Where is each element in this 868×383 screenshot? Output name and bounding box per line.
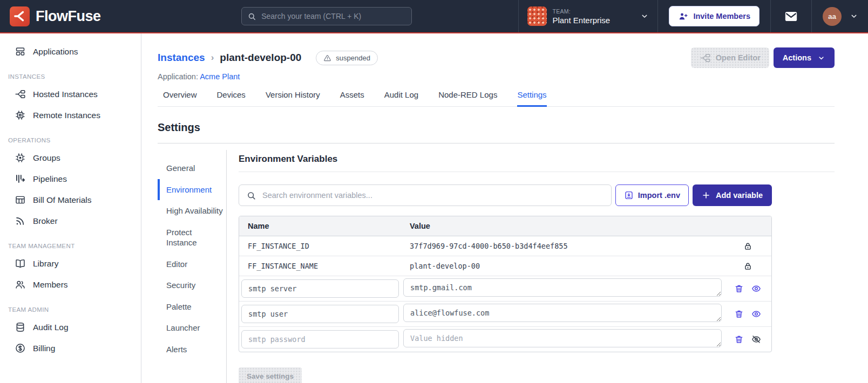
save-settings-button[interactable]: Save settings <box>239 367 302 383</box>
settings-divider <box>158 143 835 143</box>
add-variable-button[interactable]: Add variable <box>693 184 772 206</box>
toggle-visibility-button[interactable] <box>751 334 761 344</box>
delete-variable-button[interactable] <box>734 334 744 344</box>
sidebar-item-billing[interactable]: Billing <box>0 338 141 359</box>
trash-icon <box>734 309 744 319</box>
page-shell: Applications INSTANCES Hosted Instances … <box>0 33 868 383</box>
sidebar-item-bill-of-materials[interactable]: Bill Of Materials <box>0 189 141 210</box>
user-menu[interactable]: aa <box>811 0 868 32</box>
applications-icon <box>15 46 26 57</box>
application-line: Application: Acme Plant <box>158 72 835 81</box>
settings-nav-palette[interactable]: Palette <box>158 296 223 318</box>
sidebar-heading-operations: OPERATIONS <box>8 137 141 143</box>
lock-icon <box>743 262 752 271</box>
mail-icon <box>784 9 798 24</box>
settings-nav-editor[interactable]: Editor <box>158 254 223 275</box>
search-icon <box>247 12 256 21</box>
application-link[interactable]: Acme Plant <box>200 72 240 81</box>
sidebar-item-pipelines[interactable]: Pipelines <box>0 168 141 189</box>
sidebar-item-audit-log[interactable]: Audit Log <box>0 317 141 338</box>
column-header-value: Value <box>401 216 724 236</box>
settings-nav-protect-instance[interactable]: Protect Instance <box>158 222 223 254</box>
env-var-name-input[interactable] <box>241 305 399 323</box>
settings-nav-alerts[interactable]: Alerts <box>158 339 223 360</box>
tab-overview[interactable]: Overview <box>163 90 197 107</box>
env-var-name-input[interactable] <box>241 330 399 348</box>
tab-version-history[interactable]: Version History <box>266 90 320 107</box>
table-row-ff-instance-id: FF_INSTANCE_ID 37f7d969-97cd-4000-b650-b… <box>239 236 771 256</box>
sidebar-heading-team-admin: TEAM ADMIN <box>8 306 141 313</box>
sidebar-item-library[interactable]: Library <box>0 253 141 274</box>
settings-title: Settings <box>158 121 835 134</box>
chevron-down-icon <box>817 54 825 62</box>
sidebar-item-groups[interactable]: Groups <box>0 147 141 168</box>
billing-icon <box>15 343 26 354</box>
actions-button[interactable]: Actions <box>774 47 835 68</box>
notifications-button[interactable] <box>784 9 798 24</box>
sidebar-item-members[interactable]: Members <box>0 274 141 295</box>
env-var-name-input[interactable] <box>241 279 399 298</box>
delete-variable-button[interactable] <box>734 284 744 293</box>
toggle-visibility-button[interactable] <box>751 309 761 319</box>
team-selector[interactable]: TEAM: Plant Enterprise <box>518 0 657 32</box>
members-icon <box>15 279 26 290</box>
tab-devices[interactable]: Devices <box>217 90 246 107</box>
eye-icon <box>751 284 761 293</box>
env-search-input[interactable] <box>262 191 604 200</box>
tab-assets[interactable]: Assets <box>340 90 364 107</box>
sidebar-item-label: Members <box>33 280 68 290</box>
tab-settings[interactable]: Settings <box>517 90 546 107</box>
import-env-button[interactable]: Import .env <box>615 184 689 206</box>
env-search[interactable] <box>239 184 612 206</box>
open-editor-button[interactable]: Open Editor <box>691 47 769 68</box>
env-var-value-input[interactable] <box>403 329 722 347</box>
flowfuse-home-link[interactable]: FlowFuse <box>0 0 135 32</box>
toggle-visibility-button[interactable] <box>751 284 761 293</box>
page-header: Instances › plant-develop-00 suspended O… <box>141 33 868 107</box>
settings-nav-general[interactable]: General <box>158 158 223 179</box>
breadcrumb-instances-link[interactable]: Instances <box>158 52 205 64</box>
bom-icon <box>15 194 26 206</box>
tab-node-red-logs[interactable]: Node-RED Logs <box>438 90 497 107</box>
settings-nav-security[interactable]: Security <box>158 275 223 296</box>
eye-off-icon <box>751 334 761 344</box>
table-row-ff-instance-name: FF_INSTANCE_NAME plant-develop-00 <box>239 256 771 276</box>
table-row-smtp-password <box>239 327 771 352</box>
import-env-label: Import .env <box>638 191 680 200</box>
hosted-instances-icon <box>15 88 26 100</box>
settings-nav-environment[interactable]: Environment <box>158 179 223 201</box>
environment-section: Environment Variables Import .env <box>239 150 835 383</box>
sidebar-item-broker[interactable]: Broker <box>0 210 141 231</box>
sidebar-item-remote-instances[interactable]: Remote Instances <box>0 105 141 126</box>
user-avatar[interactable]: aa <box>823 7 842 26</box>
warning-icon <box>323 54 331 62</box>
team-search[interactable] <box>241 7 412 25</box>
team-search-input[interactable] <box>261 12 406 20</box>
invite-section: Invite Members <box>657 0 770 32</box>
search-icon <box>246 190 256 201</box>
delete-variable-button[interactable] <box>734 309 744 319</box>
eye-icon <box>751 309 761 319</box>
groups-icon <box>15 152 26 163</box>
navbar-search-area <box>135 0 518 32</box>
breadcrumb-instance-name: plant-develop-00 <box>220 52 301 64</box>
sidebar: Applications INSTANCES Hosted Instances … <box>0 33 141 383</box>
settings-nav-launcher[interactable]: Launcher <box>158 317 223 339</box>
sidebar-item-hosted-instances[interactable]: Hosted Instances <box>0 84 141 105</box>
import-env-icon <box>624 190 634 200</box>
chevron-down-icon <box>850 12 858 20</box>
env-var-value: plant-develop-00 <box>401 256 724 276</box>
sidebar-item-label: Broker <box>33 216 58 226</box>
env-var-value-input[interactable]: smtp.gmail.com <box>403 278 722 297</box>
tab-audit-log[interactable]: Audit Log <box>384 90 418 107</box>
sidebar-item-label: Remote Instances <box>33 111 100 120</box>
settings-nav-high-availability[interactable]: High Availability <box>158 200 223 222</box>
sidebar-item-label: Hosted Instances <box>33 90 98 99</box>
chevron-down-icon <box>640 12 649 20</box>
application-label: Application: <box>158 72 198 81</box>
open-editor-label: Open Editor <box>716 53 761 62</box>
invite-members-button[interactable]: Invite Members <box>669 6 760 26</box>
env-var-value-input[interactable]: alice@flowfuse.com <box>403 304 722 322</box>
sidebar-item-applications[interactable]: Applications <box>0 41 141 62</box>
sidebar-item-label: Applications <box>33 47 78 57</box>
